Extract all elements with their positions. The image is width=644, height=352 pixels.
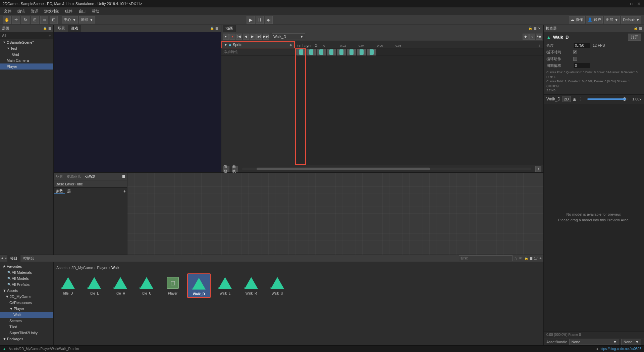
transform-tool-button[interactable]: ⊡ xyxy=(50,16,58,24)
hierarchy-item-samplescene[interactable]: ▼ ⊙ SampleScene* xyxy=(0,39,53,45)
breadcrumb-2dmygame[interactable]: 2D_MyGame xyxy=(71,266,93,270)
tree-assets[interactable]: ▼ Assets xyxy=(0,288,53,294)
params-add-button[interactable]: + xyxy=(122,189,127,194)
sprite-timeline-track[interactable] xyxy=(295,48,543,56)
asset-player[interactable]: ◻ Player xyxy=(161,273,184,298)
menu-file[interactable]: 文件 xyxy=(1,8,14,14)
project-tab[interactable]: 项目 xyxy=(7,255,20,262)
curves-btn[interactable]: 曲线 xyxy=(232,166,238,172)
layers-tab[interactable]: 层 xyxy=(65,189,73,194)
menu-assets[interactable]: 资源 xyxy=(28,8,41,14)
add-property-row[interactable]: 添加属性 xyxy=(221,48,295,56)
walkd-expand-icon[interactable]: ⊞ xyxy=(573,96,577,102)
project-menu-icon[interactable]: ☰ xyxy=(530,257,533,260)
anim-next-button[interactable]: ▶| xyxy=(256,34,262,40)
tree-csharp-resources[interactable]: C#Resources xyxy=(0,300,53,306)
anim-prev-button[interactable]: ◀ xyxy=(243,34,249,40)
pivot-dropdown[interactable]: 中心 ▼ xyxy=(62,16,78,24)
menu-gameobject[interactable]: 游戏对象 xyxy=(42,8,62,14)
hierarchy-item-grid[interactable]: Grid xyxy=(0,51,53,57)
layer-settings-icon[interactable]: ⚙ xyxy=(314,43,318,48)
scale-tool-button[interactable]: ⊞ xyxy=(31,16,39,24)
hierarchy-add-button[interactable]: + xyxy=(49,33,51,38)
anim-menu-icon[interactable]: ☰ xyxy=(534,27,537,30)
tree-scenes[interactable]: Scenes xyxy=(0,318,53,324)
tree-player[interactable]: ▼ Player xyxy=(0,306,53,312)
params-tab[interactable]: 参数 xyxy=(54,188,65,194)
asset-walk-l[interactable]: ≡ Walk_L xyxy=(213,273,237,298)
tree-walk[interactable]: Walk xyxy=(0,312,53,318)
animation-tab[interactable]: 动画 xyxy=(223,25,236,32)
anim-play-button[interactable]: ▶ xyxy=(250,34,256,40)
asset-walk-u[interactable]: ≡ Walk_U xyxy=(266,273,289,298)
loop-action-checkbox[interactable] xyxy=(573,57,577,61)
anim-preview-button[interactable]: ● xyxy=(223,34,229,40)
coord-dropdown[interactable]: 局部 ▼ xyxy=(79,16,95,24)
play-button[interactable]: ▶ xyxy=(247,16,255,24)
params-menu-icon[interactable]: ☰ xyxy=(122,175,125,178)
tree-all-models[interactable]: 🔍 All Models xyxy=(0,275,53,281)
hierarchy-menu-icon[interactable]: ☰ xyxy=(48,27,51,30)
project-search[interactable] xyxy=(459,255,513,261)
collab-dropdown[interactable]: ☁ 协作 xyxy=(569,16,585,24)
game-menu-icon[interactable]: ☰ xyxy=(215,27,218,30)
tree-packages[interactable]: ▼ Packages xyxy=(0,336,53,342)
assetbundle-variant-dropdown[interactable]: None ▼ xyxy=(621,339,641,345)
open-button[interactable]: 打开 xyxy=(628,34,641,41)
asset-walk-r[interactable]: ≡ Walk_R xyxy=(239,273,263,298)
expand-timeline-btn[interactable]: ⟩ xyxy=(535,166,541,172)
asset-idle-u[interactable]: ≡ Idle_U xyxy=(135,273,158,298)
tree-supertiled[interactable]: SuperTiled2Unity xyxy=(0,330,53,336)
anim-start-button[interactable]: |◀ xyxy=(236,34,242,40)
anim-add-key-button[interactable]: +◆ xyxy=(536,34,542,40)
menu-help[interactable]: 帮助 xyxy=(89,8,102,14)
game-tab[interactable]: 游戏 xyxy=(68,25,81,32)
loop-checkbox[interactable]: ✓ xyxy=(573,50,577,54)
walkd-speed-slider[interactable] xyxy=(587,98,628,100)
move-tool-button[interactable]: ✛ xyxy=(12,16,20,24)
tree-favorites[interactable]: ★ Favorites xyxy=(0,263,53,269)
walkd-more-icon[interactable]: ⋮ xyxy=(579,96,583,102)
scene-tab[interactable]: 场景 xyxy=(55,25,68,32)
close-button[interactable]: ✕ xyxy=(637,1,641,6)
rotate-tool-button[interactable]: ↻ xyxy=(21,16,30,24)
step-button[interactable]: ⏭ xyxy=(265,16,273,24)
breadcrumb-player[interactable]: Player xyxy=(97,266,107,270)
account-dropdown[interactable]: 👤 账户 xyxy=(586,16,603,24)
anim-plus-button[interactable]: + xyxy=(538,43,541,48)
breadcrumb-assets[interactable]: Assets xyxy=(56,266,67,270)
tree-all-prefabs[interactable]: 🔍 All Prefabs xyxy=(0,281,53,288)
rect-tool-button[interactable]: ▭ xyxy=(40,16,48,24)
tree-2dmygame[interactable]: ▼ 2D_MyGame xyxy=(0,294,53,300)
console-tab[interactable]: 控制台 xyxy=(20,255,37,262)
tree-tiled[interactable]: Tiled xyxy=(0,324,53,330)
hand-tool-button[interactable]: ✋ xyxy=(3,16,11,24)
asset-idle-r[interactable]: ≡ Idle_R xyxy=(109,273,132,298)
tree-all-materials[interactable]: 🔍 All Materials xyxy=(0,269,53,275)
timeline-scrollbar[interactable] xyxy=(242,168,531,170)
minimize-button[interactable]: ─ xyxy=(622,1,627,6)
layers-dropdown[interactable]: 图层 ▼ xyxy=(604,16,620,24)
menu-edit[interactable]: 编辑 xyxy=(15,8,28,14)
project-star-icon[interactable]: ☆ xyxy=(514,256,518,261)
hierarchy-item-maincamera[interactable]: Main Camera xyxy=(0,57,53,63)
asset-idle-d[interactable]: ≡ Idle_D xyxy=(56,273,80,298)
layout-dropdown[interactable]: Default ▼ xyxy=(621,16,641,24)
animation-clip-selector[interactable]: Walk_D ▼ xyxy=(272,33,305,40)
anim-key-button[interactable]: ◆ xyxy=(523,34,529,40)
anim-ease-button[interactable]: ⟐ xyxy=(529,34,535,40)
hierarchy-item-test[interactable]: ▼ Test xyxy=(0,45,53,51)
breadcrumb-walk[interactable]: Walk xyxy=(111,266,119,270)
asset-walk-d[interactable]: ≡ Walk_D xyxy=(187,273,211,298)
project-eye-icon[interactable]: 👁 xyxy=(519,256,523,261)
maximize-button[interactable]: □ xyxy=(629,1,634,6)
summary-btn[interactable]: 简报 xyxy=(223,166,229,172)
sprite-property-row[interactable]: ▼ ◆ Sprite ◆ xyxy=(221,41,295,48)
anim-close-icon[interactable]: ✕ xyxy=(538,27,541,30)
hierarchy-item-player[interactable]: Player xyxy=(0,63,53,70)
anim-end-button[interactable]: ▶▶| xyxy=(263,34,269,40)
project-add-icon[interactable]: + xyxy=(1,256,3,260)
menu-component[interactable]: 组件 xyxy=(62,8,75,14)
asset-idle-l[interactable]: ≡ Idle_L xyxy=(83,273,106,298)
pause-button[interactable]: ⏸ xyxy=(256,16,264,24)
